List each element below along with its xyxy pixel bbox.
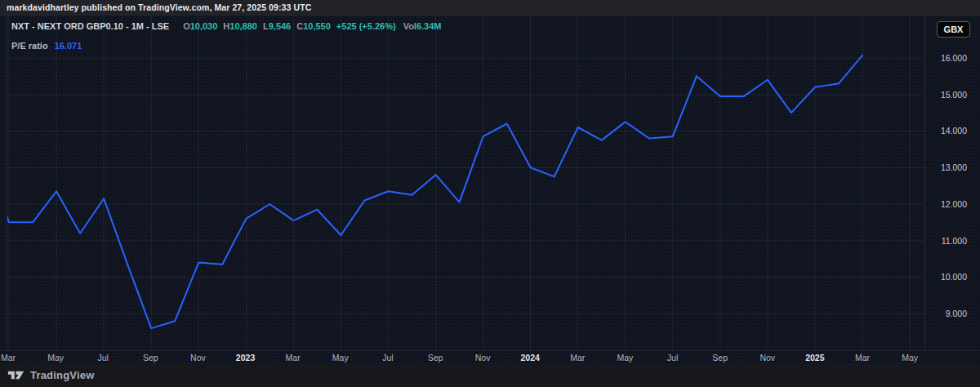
ohlc-values: O10,030H10,880L9,546C10,550+525 (+5.26%)… — [177, 21, 441, 31]
time-tick-label: Mar — [1, 351, 16, 364]
chart-region: NXT - NEXT ORD GBP0.10 - 1M - LSEO10,030… — [0, 15, 980, 363]
price-tick-label: 11.000 — [942, 236, 967, 246]
time-tick-label: Nov — [190, 351, 206, 364]
pe-ratio-line[interactable] — [7, 56, 862, 328]
time-tick-label: May — [617, 351, 634, 364]
indicator-legend: P/E ratio16.071 — [11, 41, 82, 51]
high-value: 10,880 — [229, 21, 257, 31]
time-tick-label: Sep — [143, 351, 158, 364]
time-tick-label: Mar — [570, 351, 585, 364]
low-label: L — [263, 21, 269, 31]
time-tick-label: May — [902, 351, 918, 364]
price-tick-label: 16.000 — [941, 53, 967, 63]
volume-value: 6.34M — [416, 21, 442, 31]
change-value: +525 (+5.26%) — [336, 21, 396, 31]
footer-bar: TradingView — [0, 363, 980, 387]
close-label: C — [296, 21, 303, 31]
time-tick-label: May — [332, 351, 349, 364]
time-tick-label: Mar — [855, 351, 870, 364]
indicator-label: P/E ratio — [11, 41, 48, 51]
tradingview-wordmark[interactable]: TradingView — [30, 369, 95, 381]
open-value: 10,030 — [190, 21, 218, 31]
open-label: O — [183, 21, 190, 31]
tradingview-logo-icon[interactable] — [7, 369, 24, 381]
low-value: 9,546 — [269, 21, 292, 31]
price-tick-label: 15.000 — [941, 90, 967, 100]
plot-svg — [7, 16, 924, 350]
price-scale[interactable]: 9.00010.00011.00012.00013.00014.00015.00… — [924, 16, 980, 350]
time-tick-label: May — [47, 351, 64, 364]
close-value: 10,550 — [303, 21, 331, 31]
time-tick-label: Sep — [428, 351, 443, 364]
time-tick-label: Jul — [98, 351, 109, 364]
price-tick-label: 12.000 — [941, 199, 967, 209]
symbol-title: NXT - NEXT ORD GBP0.10 - 1M - LSE — [11, 21, 169, 31]
attribution-bar: markdavidhartley published on TradingVie… — [0, 0, 980, 15]
time-tick-label: Sep — [712, 351, 728, 364]
price-tick-label: 9.000 — [946, 309, 967, 318]
volume-label: Vol — [403, 21, 416, 31]
time-tick-label-year: 2023 — [236, 351, 255, 364]
time-axis[interactable]: MarMayJulSepNov2023MarMayJulSepNov2024Ma… — [0, 350, 980, 364]
time-tick-label-year: 2024 — [521, 351, 540, 364]
price-tick-label: 10.000 — [941, 272, 967, 282]
price-tick-label: 13.000 — [941, 162, 967, 172]
time-tick-label: Nov — [760, 351, 775, 364]
time-tick-label-year: 2025 — [805, 351, 824, 364]
time-tick-label: Jul — [667, 351, 678, 364]
time-tick-label: Nov — [475, 351, 491, 364]
time-tick-label: Mar — [286, 351, 301, 364]
attribution-text: markdavidhartley published on TradingVie… — [7, 2, 311, 12]
price-tick-label: 14.000 — [941, 126, 967, 136]
time-tick-label: Jul — [382, 351, 393, 364]
indicator-value: 16.071 — [55, 41, 82, 51]
symbol-legend: NXT - NEXT ORD GBP0.10 - 1M - LSEO10,030… — [11, 21, 442, 31]
